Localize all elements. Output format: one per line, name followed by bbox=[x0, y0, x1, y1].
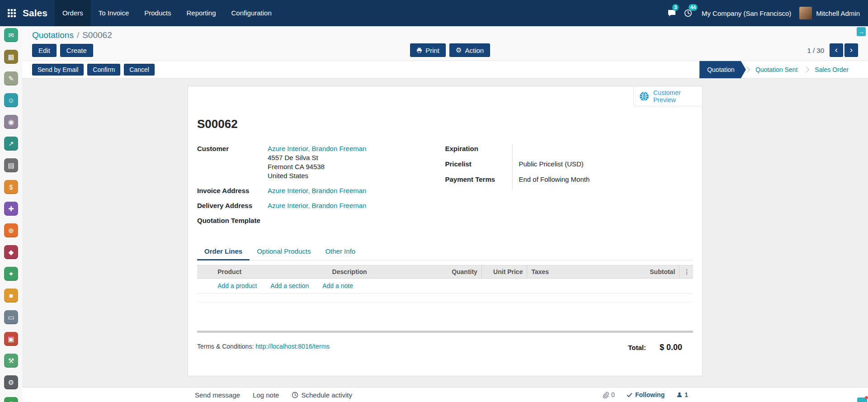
globe-icon: ⊕ bbox=[8, 227, 14, 235]
forecast-icon: ↗ bbox=[8, 140, 14, 148]
app-icon-contacts[interactable]: ☺ bbox=[4, 93, 18, 107]
tab-other-info[interactable]: Other Info bbox=[318, 243, 363, 260]
app-icon-maintenance[interactable]: ⚒ bbox=[4, 354, 18, 368]
menu-reporting[interactable]: Reporting bbox=[179, 0, 223, 26]
app-icon-discuss[interactable]: ✉ bbox=[4, 28, 18, 42]
messages-button[interactable]: 3 bbox=[664, 0, 680, 26]
field-invoice-address: Invoice Address Azure Interior, Brandon … bbox=[197, 186, 445, 195]
invoicing-icon: $ bbox=[9, 183, 13, 191]
confirm-button[interactable]: Confirm bbox=[87, 64, 120, 76]
external-link-widget[interactable]: → bbox=[857, 27, 866, 36]
app-icon-sales[interactable]: ✦ bbox=[4, 267, 18, 281]
followers-button[interactable]: 1 bbox=[676, 391, 688, 398]
payment-terms-value: End of Following Month bbox=[512, 175, 693, 190]
paperclip-icon bbox=[602, 392, 609, 398]
expiration-label: Expiration bbox=[445, 144, 512, 159]
menu-to-invoice[interactable]: To Invoice bbox=[91, 0, 137, 26]
globe-icon bbox=[639, 91, 649, 101]
step-quotation-sent[interactable]: Quotation Sent bbox=[748, 61, 805, 78]
following-button[interactable]: Following bbox=[627, 391, 665, 398]
crm-icon: ◉ bbox=[8, 118, 14, 126]
optional-columns-button[interactable]: ⋮ bbox=[679, 265, 693, 279]
delivery-address-link[interactable]: Azure Interior, Brandon Freeman bbox=[268, 202, 366, 209]
app-icon-website[interactable]: ⊕ bbox=[4, 223, 18, 237]
handle-column-header bbox=[197, 265, 213, 279]
form-view-area: Customer Preview S00062 Customer Azure I… bbox=[22, 79, 868, 387]
attachments-button[interactable]: 0 bbox=[602, 391, 615, 398]
customer-link[interactable]: Azure Interior, Brandon Freeman bbox=[268, 145, 366, 152]
column-header-unit-price[interactable]: Unit Price bbox=[481, 265, 527, 279]
tab-order-lines[interactable]: Order Lines bbox=[197, 243, 250, 260]
customer-label: Customer bbox=[197, 144, 268, 180]
column-header-taxes[interactable]: Taxes bbox=[527, 265, 637, 279]
app-icon-project[interactable]: ▤ bbox=[4, 158, 18, 172]
breadcrumb-quotations[interactable]: Quotations bbox=[32, 30, 74, 40]
check-icon bbox=[627, 392, 632, 398]
app-icon-notes[interactable]: ✎ bbox=[4, 71, 18, 85]
pager: 1 / 30 ‹ › bbox=[807, 43, 858, 57]
notification-dot bbox=[865, 396, 868, 399]
chatter-bar: Send message Log note Schedule activity … bbox=[22, 387, 868, 402]
livechat-widget[interactable] bbox=[857, 397, 867, 402]
pricelist-label: Pricelist bbox=[445, 159, 512, 175]
app-icon-settings[interactable]: ⚙ bbox=[4, 375, 18, 389]
step-sales-order[interactable]: Sales Order bbox=[807, 61, 856, 78]
app-icon-inventory[interactable]: ▣ bbox=[4, 332, 18, 346]
record-title: S00062 bbox=[197, 117, 693, 131]
app-icon-point-of-sale[interactable]: ▭ bbox=[4, 310, 18, 324]
add-a-note-link[interactable]: Add a note bbox=[322, 282, 353, 289]
pager-previous-button[interactable]: ‹ bbox=[830, 43, 843, 57]
totals-separator bbox=[197, 331, 693, 333]
app-icon-crm[interactable]: ◉ bbox=[4, 115, 18, 129]
menu-products[interactable]: Products bbox=[137, 0, 179, 26]
menu-configuration[interactable]: Configuration bbox=[224, 0, 279, 26]
apps-menu-button[interactable] bbox=[4, 0, 20, 26]
add-a-product-link[interactable]: Add a product bbox=[217, 282, 257, 289]
company-switcher[interactable]: My Company (San Francisco) bbox=[702, 9, 791, 17]
print-button[interactable]: Print bbox=[410, 43, 446, 57]
create-button[interactable]: Create bbox=[60, 44, 93, 57]
quotation-sheet: Customer Preview S00062 Customer Azure I… bbox=[188, 86, 703, 376]
app-icon-forecast[interactable]: ↗ bbox=[4, 137, 18, 151]
add-a-section-link[interactable]: Add a section bbox=[270, 282, 309, 289]
customer-preview-button[interactable]: Customer Preview bbox=[633, 86, 702, 106]
log-note-button[interactable]: Log note bbox=[253, 391, 279, 399]
field-customer: Customer Azure Interior, Brandon Freeman… bbox=[197, 144, 445, 180]
schedule-activity-button[interactable]: Schedule activity bbox=[292, 391, 352, 399]
column-header-subtotal[interactable]: Subtotal bbox=[637, 265, 679, 279]
empty-line bbox=[197, 293, 693, 303]
app-brand[interactable]: Sales bbox=[23, 8, 47, 19]
cancel-button[interactable]: Cancel bbox=[124, 64, 155, 76]
arrow-right-icon: → bbox=[859, 28, 864, 35]
column-header-description[interactable]: Description bbox=[328, 265, 438, 279]
printer-icon bbox=[416, 47, 422, 53]
messages-badge: 3 bbox=[672, 4, 679, 11]
edit-button[interactable]: Edit bbox=[32, 44, 57, 57]
app-icon-apps[interactable]: ✚ bbox=[4, 202, 18, 216]
column-header-quantity[interactable]: Quantity bbox=[438, 265, 482, 279]
field-quotation-template: Quotation Template bbox=[197, 216, 445, 225]
send-by-email-button[interactable]: Send by Email bbox=[32, 64, 84, 76]
app-icon-calendar[interactable]: ▦ bbox=[4, 50, 18, 64]
menu-orders[interactable]: Orders bbox=[55, 0, 91, 26]
invoice-address-link[interactable]: Azure Interior, Brandon Freeman bbox=[268, 187, 366, 194]
terms-link[interactable]: http://localhost:8016/terms bbox=[255, 343, 330, 350]
pager-next-button[interactable]: › bbox=[844, 43, 858, 57]
action-button[interactable]: ⚙ Action bbox=[449, 43, 490, 57]
breadcrumb-current-record: S00062 bbox=[82, 30, 112, 40]
totals-block: Total: $ 0.00 bbox=[628, 343, 682, 352]
app-icon-invoicing[interactable]: $ bbox=[4, 180, 18, 194]
step-quotation[interactable]: Quotation bbox=[699, 61, 746, 78]
app-icon-elearning[interactable]: ◆ bbox=[4, 245, 18, 259]
column-header-product[interactable]: Product bbox=[213, 265, 328, 279]
app-icon-purchase[interactable]: ■ bbox=[4, 288, 18, 303]
followers-count: 1 bbox=[684, 391, 688, 398]
tab-optional-products[interactable]: Optional Products bbox=[250, 243, 318, 260]
optional-columns-icon: ⋮ bbox=[684, 268, 690, 275]
user-avatar[interactable] bbox=[799, 7, 812, 19]
user-menu[interactable]: Mitchell Admin bbox=[816, 9, 860, 17]
following-label: Following bbox=[635, 391, 665, 398]
app-icon-employees[interactable]: ✚ bbox=[4, 397, 18, 402]
activities-button[interactable]: 44 bbox=[680, 0, 696, 26]
send-message-button[interactable]: Send message bbox=[195, 391, 240, 399]
